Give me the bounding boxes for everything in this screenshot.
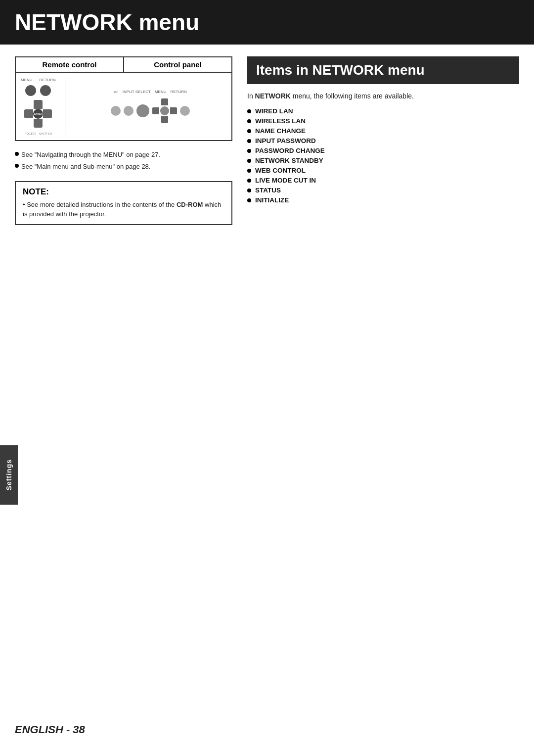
remote-drawing: MENU RETURN ENTER — [21, 78, 56, 135]
left-column: Remote control Control panel MENU RETURN — [15, 56, 232, 225]
menu-item-label: NETWORK STANDBY — [255, 157, 323, 164]
list-item: STATUS — [247, 187, 519, 194]
bullet-icon — [247, 119, 251, 123]
cp-input-btn[interactable] — [124, 106, 134, 116]
cp-down-btn[interactable] — [161, 116, 168, 123]
footer: ENGLISH - 38 — [15, 723, 85, 736]
rc-enter-label: ENTER — [34, 112, 43, 115]
remote-control-header: Remote control — [16, 57, 124, 72]
rc-bottom-row: FQCE70 QAITTED — [25, 132, 52, 135]
cp-up-btn[interactable] — [161, 98, 168, 105]
bullet-icon — [247, 149, 251, 153]
cp-btn-row — [111, 98, 190, 123]
bullet-icon — [247, 129, 251, 133]
rc-topbar: MENU RETURN — [21, 78, 56, 82]
list-item: PASSWORD CHANGE — [247, 147, 519, 154]
menu-item-label: PASSWORD CHANGE — [255, 147, 325, 154]
rc-down-btn[interactable] — [34, 119, 43, 128]
note-title: NOTE: — [23, 187, 224, 197]
note-cdrom-highlight: CD-ROM — [177, 201, 203, 208]
right-column: Items in NETWORK menu In NETWORK menu, t… — [247, 56, 519, 225]
list-item: WEB CONTROL — [247, 167, 519, 174]
list-item: LIVE MODE CUT IN — [247, 177, 519, 184]
main-content: Remote control Control panel MENU RETURN — [0, 56, 534, 225]
rc-menu-btn[interactable] — [25, 85, 36, 96]
menu-item-label: WIRELESS LAN — [255, 117, 306, 125]
rc-header: Remote control Control panel — [16, 57, 231, 73]
rc-dpad: ENTER — [23, 99, 53, 129]
rc-separator — [65, 78, 65, 135]
rc-note-1-text: See "Navigating through the MENU" on pag… — [21, 150, 160, 160]
menu-item-label: WIRED LAN — [255, 107, 293, 115]
cp-dpad — [152, 98, 177, 123]
list-item: WIRED LAN — [247, 107, 519, 115]
cp-left-btn[interactable] — [152, 107, 159, 114]
bullet-icon — [247, 169, 251, 173]
cp-return-btn[interactable] — [180, 106, 190, 116]
list-item: WIRELESS LAN — [247, 117, 519, 125]
rc-note-2-text: See "Main menu and Sub-menu" on page 28. — [21, 162, 150, 172]
bullet-icon-1 — [15, 152, 19, 156]
items-heading: Items in NETWORK menu — [256, 62, 510, 78]
settings-tab: Settings — [0, 445, 18, 505]
menu-item-label: INITIALIZE — [255, 196, 289, 204]
bullet-icon — [247, 139, 251, 143]
bullet-icon — [247, 189, 251, 192]
menu-item-label: NAME CHANGE — [255, 127, 306, 135]
rc-menu-label: MENU — [21, 78, 33, 82]
footer-text: ENGLISH - 38 — [15, 723, 85, 736]
note-content: • See more detailed instructions in the … — [23, 200, 224, 219]
rc-bottom-label1: FQCE70 — [25, 132, 36, 135]
intro-text-after: menu, the following items are available. — [291, 92, 414, 100]
list-item: INITIALIZE — [247, 196, 519, 204]
cp-menu-label: MENU — [155, 90, 167, 94]
cp-topbar: φ/I INPUT SELECT MENU RETURN — [114, 90, 187, 94]
rc-return-label: RETURN — [40, 78, 56, 82]
list-item: NAME CHANGE — [247, 127, 519, 135]
rc-bottom-label2: QAITTED — [39, 132, 52, 135]
bullet-icon — [247, 159, 251, 163]
note-content-text: See more detailed instructions in the co… — [23, 201, 221, 218]
menu-item-label: LIVE MODE CUT IN — [255, 177, 316, 184]
cp-drawing: φ/I INPUT SELECT MENU RETURN — [74, 90, 226, 123]
remote-control-box: Remote control Control panel MENU RETURN — [15, 56, 232, 141]
intro-network-bold: NETWORK — [255, 92, 291, 100]
rc-enter-btn[interactable]: ENTER — [33, 109, 43, 119]
cp-power-btn[interactable] — [111, 106, 121, 116]
settings-tab-label: Settings — [5, 459, 13, 490]
rc-note-2: See "Main menu and Sub-menu" on page 28. — [15, 162, 232, 172]
bullet-icon — [247, 109, 251, 113]
intro-text-before: In — [247, 92, 255, 100]
rc-body: MENU RETURN ENTER — [16, 73, 231, 140]
cp-menu-btn[interactable] — [136, 104, 149, 117]
rc-up-btn[interactable] — [34, 100, 43, 109]
rc-left-btn[interactable] — [24, 109, 33, 118]
note-box: NOTE: • See more detailed instructions i… — [15, 181, 232, 225]
cp-right-btn[interactable] — [170, 107, 177, 114]
list-item: NETWORK STANDBY — [247, 157, 519, 164]
menu-item-label: STATUS — [255, 187, 281, 194]
page-title-bar: NETWORK menu — [0, 0, 534, 45]
rc-top-row — [25, 85, 51, 96]
menu-list: WIRED LAN WIRELESS LAN NAME CHANGE INPUT… — [247, 107, 519, 204]
cp-return-label: RETURN — [170, 90, 186, 94]
rc-notes: See "Navigating through the MENU" on pag… — [15, 150, 232, 172]
cp-center-btn[interactable] — [160, 106, 169, 115]
rc-note-1: See "Navigating through the MENU" on pag… — [15, 150, 232, 160]
items-header: Items in NETWORK menu — [247, 56, 519, 84]
bullet-icon — [247, 198, 251, 202]
menu-item-label: WEB CONTROL — [255, 167, 306, 174]
page-title: NETWORK menu — [15, 9, 519, 36]
items-intro: In NETWORK menu, the following items are… — [247, 91, 519, 101]
cp-input-label: INPUT SELECT — [123, 90, 151, 94]
rc-right-btn[interactable] — [43, 109, 52, 118]
bullet-icon — [247, 179, 251, 183]
cp-power-label: φ/I — [114, 90, 119, 94]
bullet-icon-2 — [15, 164, 19, 168]
menu-item-label: INPUT PASSWORD — [255, 137, 316, 144]
rc-return-btn[interactable] — [40, 85, 51, 96]
list-item: INPUT PASSWORD — [247, 137, 519, 144]
control-panel-header: Control panel — [124, 57, 231, 72]
